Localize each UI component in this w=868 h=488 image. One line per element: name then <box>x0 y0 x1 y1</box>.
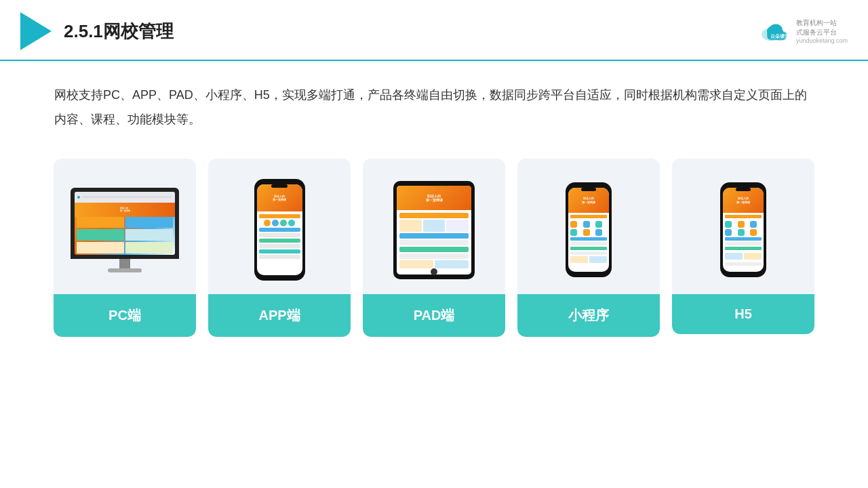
cards-container: 职达人的第一堂网课 PC端 <box>0 145 868 357</box>
page-title: 2.5.1网校管理 <box>64 20 174 43</box>
pad-label: PAD端 <box>363 294 505 337</box>
h5-phone-icon: 职达人的第一堂网课 <box>720 182 766 277</box>
miniprogram-phone-icon: 职达人的第一堂网课 <box>566 182 612 277</box>
h5-label: H5 <box>672 294 814 334</box>
miniprogram-image-area: 职达人的第一堂网课 <box>517 159 660 294</box>
header-left: 2.5.1网校管理 <box>20 12 174 50</box>
pad-image-area: 职达人的第一堂网课 <box>363 159 505 294</box>
pad-card: 职达人的第一堂网课 <box>363 159 505 337</box>
page-header: 2.5.1网校管理 云朵课堂 教育机构一站 式服务云平台 yunduoketan… <box>0 0 868 61</box>
brand-subtitle: 教育机构一站 <box>796 18 837 28</box>
brand-url: yunduoketang.com <box>796 37 848 44</box>
pc-monitor-icon: 职达人的第一堂网课 <box>71 188 179 272</box>
description-text: 网校支持PC、APP、PAD、小程序、H5，实现多端打通，产品各终端自由切换，数… <box>0 61 868 145</box>
miniprogram-label: 小程序 <box>517 294 660 337</box>
header-right: 云朵课堂 教育机构一站 式服务云平台 yunduoketang.com <box>760 18 848 44</box>
brand-subtitle2: 式服务云平台 <box>796 28 837 37</box>
app-image-area: 职达人的第一堂网课 <box>208 159 351 294</box>
pc-label: PC端 <box>54 294 196 337</box>
brand-text: 教育机构一站 式服务云平台 yunduoketang.com <box>796 18 848 44</box>
app-phone-icon: 职达人的第一堂网课 <box>254 179 305 281</box>
app-label: APP端 <box>208 294 351 337</box>
cloud-icon: 云朵课堂 <box>760 20 792 42</box>
pc-image-area: 职达人的第一堂网课 <box>54 159 196 294</box>
h5-image-area: 职达人的第一堂网课 <box>672 159 814 294</box>
app-card: 职达人的第一堂网课 <box>208 159 351 337</box>
svg-text:云朵课堂: 云朵课堂 <box>770 33 790 39</box>
miniprogram-card: 职达人的第一堂网课 <box>517 159 660 337</box>
description-content: 网校支持PC、APP、PAD、小程序、H5，实现多端打通，产品各终端自由切换，数… <box>54 88 807 126</box>
brand-logo: 云朵课堂 教育机构一站 式服务云平台 yunduoketang.com <box>760 18 848 44</box>
pad-tablet-icon: 职达人的第一堂网课 <box>393 181 475 279</box>
h5-card: 职达人的第一堂网课 <box>672 159 814 334</box>
pc-card: 职达人的第一堂网课 PC端 <box>54 159 196 337</box>
logo-triangle-icon <box>20 12 52 50</box>
